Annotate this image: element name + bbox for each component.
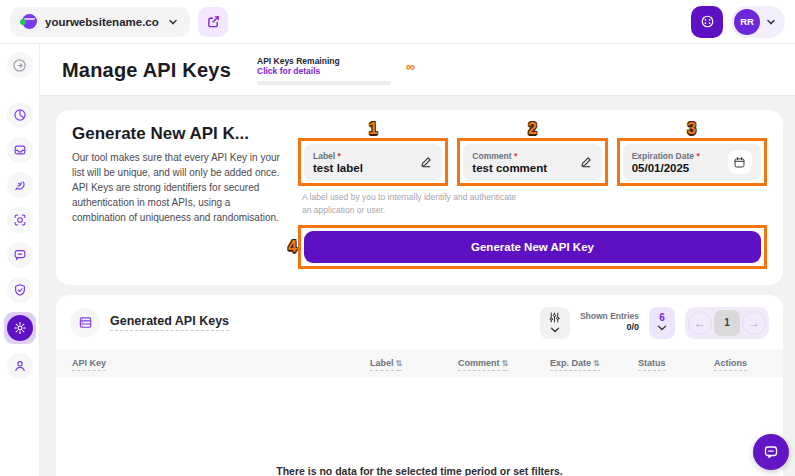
column-status: Status: [638, 358, 714, 368]
collapse-icon: [12, 58, 27, 73]
annotation-number-2: 2: [528, 121, 537, 137]
chevron-down-icon: [657, 323, 667, 333]
sidebar-item-security[interactable]: [7, 277, 33, 303]
label-field-name: Label: [313, 151, 335, 161]
hand-wave-icon: [13, 178, 27, 192]
sort-icon: ⇅: [593, 359, 600, 371]
shown-entries-label: Shown Entries: [580, 311, 639, 322]
required-mark: *: [696, 151, 699, 161]
remaining-label: API Keys Remaining: [257, 56, 391, 66]
filter-sliders-icon: [548, 311, 561, 324]
edit-pencil-icon[interactable]: [579, 155, 593, 169]
annotation-box-4: 4 Generate New API Key: [298, 225, 767, 269]
chevron-down-icon: [168, 17, 178, 27]
comment-field-name: Comment: [472, 151, 511, 161]
chevron-down-icon: [550, 325, 560, 335]
remaining-details-link[interactable]: Click for details: [257, 66, 391, 76]
annotation-number-3: 3: [687, 121, 696, 137]
page-size-select[interactable]: 6: [649, 307, 675, 339]
generate-api-key-card: Generate New API K... Our tool makes sur…: [56, 110, 783, 285]
chat-bubble-icon: [763, 444, 779, 460]
shown-entries-value: 0/0: [580, 322, 639, 334]
shield-icon: [13, 283, 27, 297]
sidebar-item-tracking[interactable]: [7, 207, 33, 233]
scan-icon: [13, 213, 27, 227]
generate-card-title: Generate New API K...: [72, 124, 284, 144]
column-label-sortable[interactable]: Label⇅: [370, 358, 458, 368]
label-field[interactable]: Label * test label: [304, 144, 442, 180]
annotation-box-1: 1 Label * test label: [298, 138, 448, 186]
label-field-value: test label: [313, 162, 363, 174]
annotation-number-4: 4: [288, 239, 297, 255]
expiration-field-value: 05/01/2025: [632, 162, 700, 174]
filter-button[interactable]: [540, 307, 570, 339]
page-header: Manage API Keys API Keys Remaining Click…: [40, 44, 795, 96]
required-mark: *: [338, 151, 341, 161]
site-name: yourwebsitename.co: [45, 16, 160, 28]
expiration-field-name: Expiration Date: [632, 151, 694, 161]
sidebar: [0, 44, 40, 476]
prev-page-button[interactable]: ←: [688, 311, 712, 335]
page-size-value: 6: [659, 312, 665, 323]
generated-api-keys-card: Generated API Keys Shown Entries 0/0 6: [56, 295, 783, 476]
sidebar-item-settings-active[interactable]: [4, 312, 36, 344]
calendar-button[interactable]: [728, 150, 752, 174]
label-helper-text: A label used by you to internally identi…: [302, 191, 522, 217]
topbar: yourwebsitename.co RR: [0, 0, 795, 44]
next-page-button[interactable]: →: [742, 311, 766, 335]
pagination: ← 1 →: [685, 307, 769, 339]
apps-button[interactable]: [691, 6, 723, 38]
empty-state-message: There is no data for the selected time p…: [56, 465, 783, 476]
sidebar-item-dashboard[interactable]: [7, 102, 33, 128]
column-exp-date-sortable[interactable]: Exp. Date⇅: [550, 358, 638, 368]
sidebar-item-inbox[interactable]: [7, 137, 33, 163]
chat-icon: [13, 248, 27, 262]
page-number[interactable]: 1: [714, 310, 740, 336]
remaining-progress-bar: [257, 81, 391, 85]
pie-chart-icon: [13, 108, 27, 122]
column-api-key: API Key: [72, 358, 370, 368]
annotation-box-2: 2 Comment * test comment: [457, 138, 607, 186]
shown-entries: Shown Entries 0/0: [580, 311, 639, 334]
edit-pencil-icon[interactable]: [419, 155, 433, 169]
chevron-down-icon: [766, 17, 776, 27]
table-icon: [78, 315, 93, 330]
annotation-box-3: 3 Expiration Date * 05/01/2025: [617, 138, 767, 186]
column-actions: Actions: [714, 358, 767, 368]
page-title: Manage API Keys: [62, 59, 231, 82]
external-link-button[interactable]: [198, 7, 228, 37]
annotation-number-1: 1: [369, 121, 378, 137]
api-keys-remaining: API Keys Remaining Click for details ∞: [257, 56, 415, 85]
calendar-icon: [733, 156, 746, 169]
table-header-row: API Key Label⇅ Comment⇅ Exp. Date⇅ Statu…: [56, 349, 783, 377]
generate-api-key-button[interactable]: Generate New API Key: [304, 231, 761, 263]
sort-icon: ⇅: [396, 359, 403, 371]
external-link-icon: [207, 15, 220, 28]
generate-card-description: Our tool makes sure that every API Key i…: [72, 150, 284, 225]
sidebar-item-account[interactable]: [7, 353, 33, 379]
chat-fab-button[interactable]: [753, 434, 789, 470]
gear-icon: [13, 321, 27, 335]
site-selector[interactable]: yourwebsitename.co: [10, 7, 190, 37]
remaining-value: ∞: [406, 60, 415, 73]
sidebar-item-messages[interactable]: [7, 242, 33, 268]
inbox-icon: [13, 143, 27, 157]
site-favicon-icon: [22, 14, 37, 29]
profile-menu[interactable]: RR: [731, 6, 785, 38]
comment-field-value: test comment: [472, 162, 547, 174]
sort-icon: ⇅: [502, 359, 509, 371]
apps-icon: [700, 14, 715, 29]
user-icon: [13, 359, 27, 373]
expiration-date-field[interactable]: Expiration Date * 05/01/2025: [623, 144, 761, 180]
column-comment-sortable[interactable]: Comment⇅: [458, 358, 550, 368]
comment-field[interactable]: Comment * test comment: [463, 144, 601, 180]
sidebar-collapse-button[interactable]: [7, 52, 33, 78]
sidebar-item-activity[interactable]: [7, 172, 33, 198]
keys-card-title: Generated API Keys: [110, 314, 229, 331]
required-mark: *: [514, 151, 517, 161]
avatar: RR: [734, 9, 760, 35]
